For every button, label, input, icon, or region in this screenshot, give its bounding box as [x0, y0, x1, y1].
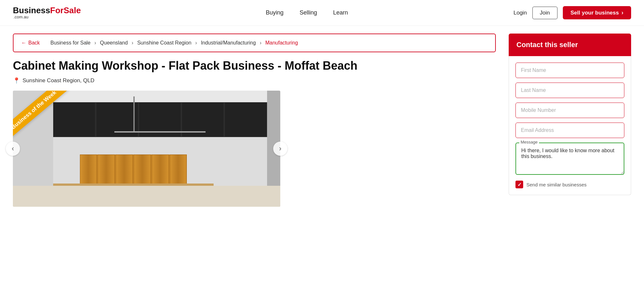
listing-location: Sunshine Coast Region, QLD — [23, 77, 94, 84]
contact-header-title: Contact this seller — [516, 41, 578, 49]
similar-label: Send me similar businesses — [526, 182, 587, 187]
breadcrumb: ← Back Business for Sale › Queensland › … — [13, 34, 496, 52]
carousel-prev-button[interactable]: ‹ — [6, 142, 20, 156]
last-name-input[interactable] — [515, 83, 624, 98]
breadcrumb-item-1[interactable]: Queensland — [100, 40, 128, 46]
breadcrumb-sep-0 — [44, 40, 47, 46]
login-button[interactable]: Login — [514, 10, 527, 16]
nav-buying[interactable]: Buying — [266, 9, 284, 16]
similar-checkbox[interactable] — [515, 181, 523, 188]
right-sidebar: Contact this seller Message Hi there, I … — [509, 26, 631, 208]
breadcrumb-sep-3: › — [195, 40, 197, 46]
similar-row: Send me similar businesses — [515, 181, 624, 188]
breadcrumb-sep-1: › — [94, 40, 96, 46]
breadcrumb-item-3[interactable]: Industrial/Manufacturing — [201, 40, 256, 46]
sell-business-button[interactable]: Sell your business › — [563, 6, 631, 19]
left-content: ← Back Business for Sale › Queensland › … — [13, 26, 496, 208]
breadcrumb-item-4[interactable]: Manufacturing — [265, 40, 298, 46]
carousel-next-button[interactable]: › — [273, 142, 287, 156]
listing-title: Cabinet Making Workshop - Flat Pack Busi… — [13, 59, 496, 73]
logo-domain: .com.au — [14, 15, 28, 19]
mobile-input[interactable] — [515, 103, 624, 118]
back-label: Back — [28, 40, 40, 46]
logo[interactable]: BusinessForSale .com.au — [13, 6, 81, 19]
message-textarea[interactable]: Hi there, I would like to know more abou… — [515, 143, 624, 175]
email-input[interactable] — [515, 123, 624, 138]
image-wrapper: Business of the Week ‹ › — [13, 91, 280, 207]
header: BusinessForSale .com.au Buying Selling L… — [0, 0, 644, 26]
breadcrumb-sep-4: › — [260, 40, 261, 46]
sell-chevron-icon: › — [621, 9, 623, 16]
contact-form: Message Hi there, I would like to know m… — [509, 56, 631, 195]
message-label: Message — [519, 140, 539, 144]
nav-learn[interactable]: Learn — [333, 9, 348, 16]
pin-icon: 📍 — [13, 77, 20, 84]
logo-forsale: ForSale — [50, 6, 81, 15]
location-row: 📍 Sunshine Coast Region, QLD — [13, 77, 496, 84]
breadcrumb-sep-2: › — [132, 40, 133, 46]
prev-arrow-icon: ‹ — [12, 144, 14, 153]
breadcrumb-back[interactable]: ← Back — [21, 40, 40, 46]
breadcrumb-item-2[interactable]: Sunshine Coast Region — [137, 40, 191, 46]
breadcrumb-item-0[interactable]: Business for Sale — [50, 40, 91, 46]
next-arrow-icon: › — [279, 144, 281, 153]
first-name-input[interactable] — [515, 63, 624, 78]
nav-selling[interactable]: Selling — [300, 9, 317, 16]
back-arrow-icon: ← — [21, 40, 26, 46]
sell-business-label: Sell your business — [571, 10, 619, 16]
message-wrap: Message Hi there, I would like to know m… — [515, 143, 624, 176]
join-button[interactable]: Join — [532, 6, 558, 19]
main-layout: ← Back Business for Sale › Queensland › … — [0, 26, 644, 208]
header-right: Login Join Sell your business › — [514, 6, 631, 19]
listing-image: Business of the Week — [13, 91, 280, 207]
contact-header: Contact this seller — [509, 34, 631, 56]
nav: Buying Selling Learn — [100, 9, 514, 16]
logo-business: Business — [13, 6, 50, 15]
